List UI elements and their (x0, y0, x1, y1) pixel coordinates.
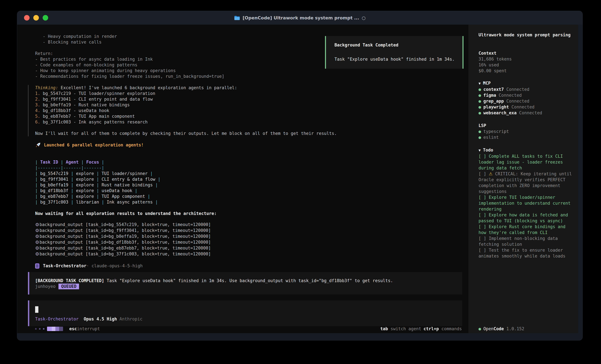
lsp-heading: LSP (479, 123, 572, 128)
todo-item: [ ] Implement non-blocking data fetching… (479, 236, 572, 247)
thinking-list-item: 2. bg_f9ff3041 - CLI entry point and dat… (35, 96, 468, 102)
window-title: [OpenCode] Ultrawork mode system prompt … (17, 15, 582, 21)
status-dot-icon: ● (479, 93, 481, 98)
toast-title: Background Task Completed (334, 42, 458, 48)
chat-scroll-area[interactable]: - Heavy computation in render - Blocking… (17, 25, 468, 326)
status-dot-icon: ● (479, 326, 481, 332)
mcp-section: ▼MCP ●context7 Connected●figma Connected… (479, 80, 572, 116)
agent-icon (35, 263, 39, 268)
gear-icon: ⚙ (35, 228, 39, 233)
mcp-server-item: ●grep_app Connected (479, 98, 572, 104)
tool-call-list: ⚙background_output [task_id=bg_5547c219,… (35, 222, 468, 257)
input-agent-provider: Anthropic (117, 316, 143, 321)
agent-name: Task-Orchestrator (43, 263, 86, 269)
lsp-server-item: ●eslint (479, 134, 572, 140)
table-separator-row: |---------|-------|-------| (35, 165, 468, 171)
thinking-list-item: 4. bg_df18bb3f - useData hook (35, 108, 468, 114)
mcp-server-item: ●figma Connected (479, 92, 572, 98)
table-row: | bg_5547c219 | explore | TUI loader/spi… (35, 171, 468, 176)
status-dot-icon: ● (479, 135, 481, 140)
agent-model: · claude-opus-4-5-high (86, 263, 143, 269)
todo-item: [ ] Test the fix to ensure loader animat… (479, 247, 572, 259)
folder-icon (234, 15, 240, 20)
text-cursor (35, 306, 38, 313)
app-version-footer: ●OpenCode 1.0.152 (479, 325, 524, 333)
lsp-server-item: ●typescript (479, 128, 572, 134)
lsp-section: LSP ●typescript●eslint (479, 123, 572, 140)
toast-notification: Background Task Completed Task "Explore … (325, 36, 463, 69)
toast-body: Task "Explore useData hook" finished in … (334, 57, 458, 62)
background-task-message: [BACKGROUND TASK COMPLETED] Task "Explor… (28, 272, 462, 295)
sidebar: Ultrawork mode system prompt parsing Con… (468, 25, 578, 333)
background-task-text: [BACKGROUND TASK COMPLETED] Task "Explor… (35, 278, 456, 284)
todo-item: [ ] Explore TUI loader/spinner implement… (479, 194, 572, 212)
username: junhoyeo (35, 284, 56, 289)
window-title-text: [OpenCode] Ultrawork mode system prompt … (242, 15, 359, 21)
thinking-list-item: 1. bg_5547c219 - TUI loader/spinner expl… (35, 91, 468, 96)
commands-hint: ctrl+p commands (423, 326, 462, 332)
tool-call-line: ⚙background_output [task_id=bg_eb87ebb7,… (35, 245, 468, 251)
tool-call-line: ⚙background_output [task_id=bg_b0effa19,… (35, 233, 468, 239)
todo-item: [ ] Explore how data is fetched and pass… (479, 212, 572, 224)
agents-table: | Task ID | Agent | Focus ||---------|--… (35, 159, 468, 205)
thinking-list-item: 3. bg_b0effa19 - Rust native bindings (35, 102, 468, 108)
input-agent-model: Opus 4.5 High (84, 316, 117, 321)
todo-item: [ ] Explore Rust core bindings and how t… (479, 224, 572, 236)
context-stat-line: 31,686 tokens (479, 56, 572, 62)
table-row: | bg_b0effa19 | explore | Rust native bi… (35, 182, 468, 188)
tab-hint: tab switch agent (380, 326, 421, 332)
gear-icon: ⚙ (35, 222, 39, 228)
todo-item: [ ] Complete ALL tasks to fix CLI loader… (479, 153, 572, 171)
agent-message-header: Task-Orchestrator · claude-opus-4-5-high (35, 263, 468, 269)
thinking-intro: Thinking: Excellent! I've launched 6 bac… (35, 85, 468, 91)
gear-icon: ⚙ (35, 245, 39, 251)
tool-call-line: ⚙background_output [task_id=bg_37f1c003,… (35, 251, 468, 257)
status-dot-icon: ● (479, 110, 481, 115)
input-agent-line: Task-Orchestrator Opus 4.5 High Anthropi… (35, 316, 142, 322)
launch-text: Launched 6 parallel exploration agents! (44, 142, 144, 148)
titlebar: [OpenCode] Ultrawork mode system prompt … (17, 11, 582, 25)
status-dot-icon: ● (479, 99, 481, 104)
warning-icon: ⚠ (489, 171, 492, 176)
table-row: | bg_37f1c003 | librarian | Ink async pa… (35, 199, 468, 205)
gear-icon: ⚙ (35, 234, 39, 239)
spinner-dots-icon (35, 328, 44, 330)
gear-icon: ⚙ (35, 239, 39, 245)
prompt-input[interactable]: Task-Orchestrator Opus 4.5 High Anthropi… (28, 300, 462, 326)
tool-call-line: ⚙background_output [task_id=bg_df18bb3f,… (35, 239, 468, 245)
spinner-pill-icon (47, 327, 63, 331)
todo-item: [ ] ⚠ CRITICAL: Keep iterating until Ora… (479, 171, 572, 194)
thinking-block: Thinking: Excellent! I've launched 6 bac… (28, 85, 468, 136)
thinking-list-item: 5. bg_eb87ebb7 - TUI App main component (35, 114, 468, 119)
rocket-icon (35, 142, 41, 148)
status-dot-icon: ● (479, 87, 481, 92)
input-agent-name: Task-Orchestrator (35, 316, 79, 321)
table-header-row: | Task ID | Agent | Focus | (35, 159, 468, 165)
context-heading: Context (479, 50, 572, 56)
status-dot-icon: ● (479, 105, 481, 109)
mcp-server-item: ●context7 Connected (479, 86, 572, 92)
collapse-triangle-icon: ▼ (479, 148, 481, 152)
launch-announcement: Launched 6 parallel exploration agents! (35, 142, 468, 148)
terminal-main[interactable]: - Heavy computation in render - Blocking… (17, 25, 468, 333)
mcp-server-item: ●playwright Connected (479, 104, 572, 110)
todo-heading[interactable]: ▼Todo (479, 147, 572, 153)
collapse-triangle-icon: ▼ (479, 81, 481, 86)
interrupt-hint: interrupt (77, 326, 100, 332)
title-spinner-icon: ○ (362, 15, 366, 21)
context-stat-line: $0.00 spent (479, 68, 572, 74)
thinking-outro: Now I'll wait for all of them to complet… (35, 131, 468, 136)
mcp-heading[interactable]: ▼MCP (479, 80, 572, 86)
table-row: | bg_f9ff3041 | explore | CLI entry & da… (35, 176, 468, 182)
waiting-line: Now waiting for all exploration results … (35, 211, 468, 216)
mcp-server-item: ●websearch_exa Connected (479, 110, 572, 116)
output-line: - Recommendations for fixing loader free… (35, 74, 468, 79)
status-bar: esc interrupt tab switch agent ctrl+p co… (17, 325, 468, 333)
output-line: - How to keep spinner animating during h… (35, 68, 468, 74)
tool-call-line: ⚙background_output [task_id=bg_5547c219,… (35, 222, 468, 228)
version-number: 1.0.152 (504, 326, 524, 332)
context-stat-line: 16% used (479, 62, 572, 68)
esc-key-hint: esc (69, 326, 77, 332)
thinking-list-item: 6. bg_37f1c003 - Ink async patterns rese… (35, 119, 468, 125)
thinking-label: Thinking: (35, 85, 58, 90)
